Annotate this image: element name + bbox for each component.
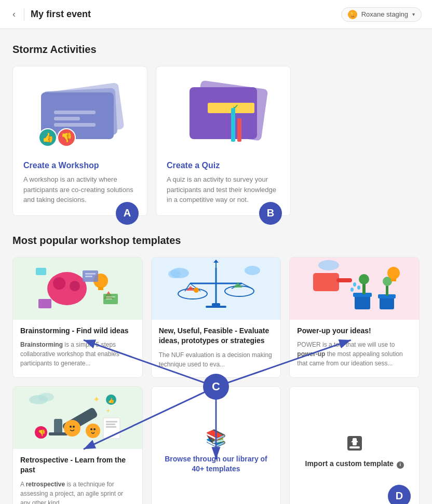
create-quiz-card[interactable]: ✔ Create a Quiz A quiz is an activity to… [156, 66, 291, 216]
staging-icon: 🏆 [348, 10, 357, 19]
svg-rect-38 [353, 293, 372, 297]
templates-grid: Brainstorming - Find wild ideas Brainsto… [12, 257, 420, 505]
brainstorming-desc: Brainstorming is a simple 5 steps collab… [20, 340, 135, 368]
activity-cards-row: 👍 👎 Create a Workshop A workshop is an a… [12, 66, 420, 216]
qz-bar-red [237, 118, 241, 142]
import-title: Import a custom template i [305, 459, 404, 469]
header-left: ‹ My first event [10, 7, 91, 22]
power-illustration [290, 257, 419, 320]
info-icon: i [397, 461, 404, 469]
books-icon: 📚 [206, 428, 226, 448]
svg-point-54 [70, 426, 72, 428]
nuf-illustration [152, 257, 281, 320]
badge-b: B [259, 202, 282, 225]
svg-rect-62 [106, 426, 116, 428]
svg-rect-9 [85, 273, 96, 275]
svg-point-26 [168, 270, 181, 278]
nuf-card[interactable]: New, Useful, Feasible - Evaluate ideas, … [151, 257, 281, 378]
svg-rect-33 [336, 278, 352, 282]
nuf-body: New, Useful, Feasible - Evaluate ideas, … [152, 320, 281, 377]
svg-point-53 [64, 420, 80, 437]
svg-rect-6 [38, 299, 51, 308]
ws-line-3 [54, 123, 96, 127]
svg-point-40 [359, 274, 369, 284]
svg-text:👎: 👎 [38, 429, 46, 437]
svg-point-1 [53, 277, 65, 290]
browse-link[interactable]: Browse through our library of 40+ templa… [165, 455, 267, 473]
svg-point-68 [38, 393, 54, 401]
power-body: Power-up your ideas! POWER is a tool tha… [290, 320, 419, 377]
svg-rect-32 [313, 273, 339, 291]
qz-card-front: ✔ [190, 87, 257, 139]
svg-point-34 [353, 282, 356, 287]
ws-line-1 [54, 111, 96, 114]
svg-point-27 [245, 266, 260, 275]
workshop-illustration: 👍 👎 [23, 77, 137, 155]
create-workshop-link[interactable]: Create a Workshop [23, 161, 137, 170]
page-title: My first event [31, 9, 91, 20]
chevron-down-icon: ▾ [412, 11, 415, 17]
header-divider [24, 8, 24, 21]
brainstorming-title: Brainstorming - Find wild ideas [20, 326, 135, 336]
svg-point-0 [47, 272, 87, 305]
brainstorming-illustration [13, 257, 142, 320]
create-workshop-card[interactable]: 👍 👎 Create a Workshop A workshop is an a… [12, 66, 147, 216]
badge-d: D [388, 485, 411, 504]
svg-rect-37 [355, 295, 370, 309]
svg-point-45 [318, 260, 339, 270]
nuf-title: New, Useful, Feasible - Evaluate ideas, … [159, 326, 274, 346]
svg-point-57 [90, 428, 92, 430]
templates-wrapper: Brainstorming - Find wild ideas Brainsto… [12, 257, 420, 505]
thumb-up-icon: 👍 [38, 128, 57, 147]
svg-marker-31 [213, 260, 219, 263]
svg-rect-29 [206, 306, 226, 308]
svg-point-35 [357, 285, 360, 290]
svg-rect-13 [106, 298, 112, 299]
power-title: Power-up your ideas! [297, 326, 412, 336]
templates-section: Most popular workshop templates [12, 235, 420, 505]
svg-rect-72 [349, 446, 360, 448]
create-quiz-link[interactable]: Create a Quiz [167, 161, 280, 170]
power-card[interactable]: Power-up your ideas! POWER is a tool tha… [289, 257, 420, 378]
quiz-description: A quiz is an activity to survey your par… [167, 174, 280, 205]
svg-text:👍: 👍 [108, 397, 115, 404]
header: ‹ My first event 🏆 Roxane staging ▾ [0, 0, 432, 29]
svg-rect-5 [36, 268, 46, 275]
retro-desc: A retrospective is a technique for asses… [20, 480, 135, 504]
qz-bar-teal [231, 108, 235, 142]
retro-card[interactable]: ✦ ✦ [12, 386, 143, 504]
svg-text:✦: ✦ [106, 408, 110, 414]
retro-illustration: ✦ ✦ [13, 387, 142, 449]
upload-icon [344, 433, 365, 454]
svg-point-36 [350, 288, 354, 292]
svg-text:✦: ✦ [93, 395, 100, 404]
svg-rect-50 [49, 432, 68, 435]
stormz-section-title: Stormz Activities [12, 44, 420, 56]
retro-title: Retrospective - Learn from the past [20, 455, 135, 475]
workshop-description: A workshop is an activity where particip… [23, 174, 137, 205]
main-content: Stormz Activities 👍 👎 [0, 29, 432, 504]
retro-body: Retrospective - Learn from the past A re… [13, 449, 142, 504]
staging-label: Roxane staging [361, 10, 408, 18]
templates-section-title: Most popular workshop templates [12, 235, 420, 247]
staging-selector[interactable]: 🏆 Roxane staging ▾ [341, 7, 422, 22]
quiz-illustration: ✔ [167, 77, 280, 155]
svg-rect-12 [106, 296, 115, 297]
svg-rect-60 [106, 421, 117, 423]
import-card[interactable]: Import a custom template i D [289, 386, 420, 504]
nuf-desc: The NUF evaluation is a decision making … [159, 350, 274, 369]
svg-point-55 [73, 426, 75, 428]
svg-rect-10 [85, 276, 92, 277]
browse-card[interactable]: 📚 Browse through our library of 40+ temp… [151, 386, 281, 504]
ws-card-lines [54, 111, 96, 127]
svg-point-2 [70, 281, 80, 291]
brainstorming-card[interactable]: Brainstorming - Find wild ideas Brainsto… [12, 257, 143, 378]
badge-a: A [116, 202, 139, 225]
svg-point-58 [93, 428, 96, 430]
svg-rect-4 [98, 287, 103, 290]
brainstorming-body: Brainstorming - Find wild ideas Brainsto… [13, 320, 142, 377]
thumb-down-icon: 👎 [57, 128, 76, 147]
svg-rect-47 [391, 279, 396, 281]
back-button[interactable]: ‹ [10, 7, 18, 22]
svg-rect-49 [54, 419, 62, 434]
